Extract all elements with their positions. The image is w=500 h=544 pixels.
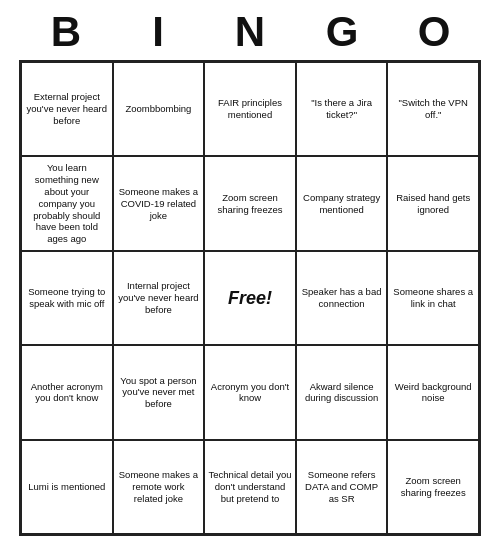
bingo-cell-7[interactable]: Zoom screen sharing freezes xyxy=(204,156,296,250)
bingo-letter-n: N xyxy=(212,8,288,56)
bingo-cell-24[interactable]: Zoom screen sharing freezes xyxy=(387,440,479,534)
bingo-cell-22[interactable]: Technical detail you don't understand bu… xyxy=(204,440,296,534)
bingo-cell-14[interactable]: Someone shares a link in chat xyxy=(387,251,479,345)
bingo-letter-g: G xyxy=(304,8,380,56)
bingo-letter-b: B xyxy=(28,8,104,56)
bingo-cell-0[interactable]: External project you've never heard befo… xyxy=(21,62,113,156)
bingo-cell-11[interactable]: Internal project you've never heard befo… xyxy=(113,251,205,345)
bingo-letter-o: O xyxy=(396,8,472,56)
bingo-cell-13[interactable]: Speaker has a bad connection xyxy=(296,251,388,345)
bingo-cell-18[interactable]: Akward silence during discussion xyxy=(296,345,388,439)
bingo-cell-5[interactable]: You learn something new about your compa… xyxy=(21,156,113,250)
bingo-letter-i: I xyxy=(120,8,196,56)
bingo-cell-15[interactable]: Another acronym you don't know xyxy=(21,345,113,439)
bingo-cell-16[interactable]: You spot a person you've never met befor… xyxy=(113,345,205,439)
bingo-cell-17[interactable]: Acronym you don't know xyxy=(204,345,296,439)
bingo-cell-9[interactable]: Raised hand gets ignored xyxy=(387,156,479,250)
bingo-cell-10[interactable]: Someone trying to speak with mic off xyxy=(21,251,113,345)
bingo-cell-23[interactable]: Someone refers DATA and COMP as SR xyxy=(296,440,388,534)
bingo-cell-19[interactable]: Weird background noise xyxy=(387,345,479,439)
bingo-grid: External project you've never heard befo… xyxy=(19,60,481,536)
bingo-cell-20[interactable]: Lumi is mentioned xyxy=(21,440,113,534)
bingo-cell-3[interactable]: "Is there a Jira ticket?" xyxy=(296,62,388,156)
bingo-header: BINGO xyxy=(20,8,480,56)
bingo-cell-4[interactable]: "Switch the VPN off." xyxy=(387,62,479,156)
bingo-cell-21[interactable]: Someone makes a remote work related joke xyxy=(113,440,205,534)
bingo-cell-6[interactable]: Someone makes a COVID-19 related joke xyxy=(113,156,205,250)
bingo-cell-12[interactable]: Free! xyxy=(204,251,296,345)
bingo-cell-1[interactable]: Zoombbombing xyxy=(113,62,205,156)
bingo-cell-2[interactable]: FAIR principles mentioned xyxy=(204,62,296,156)
bingo-cell-8[interactable]: Company strategy mentioned xyxy=(296,156,388,250)
